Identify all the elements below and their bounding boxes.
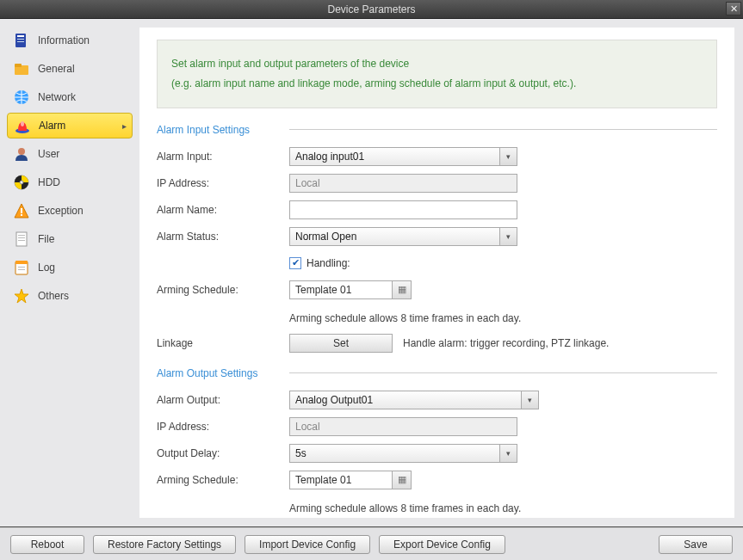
svg-point-9 [18, 148, 25, 155]
output-schedule-hint: Arming schedule allows 8 time frames in … [289, 502, 521, 514]
svg-rect-20 [18, 267, 25, 268]
import-config-button[interactable]: Import Device Config [245, 535, 370, 554]
sidebar-item-label: HDD [38, 176, 60, 188]
info-box: Set alarm input and output parameters of… [157, 40, 717, 108]
svg-rect-16 [18, 237, 25, 238]
linkage-set-button[interactable]: Set [289, 334, 393, 353]
alarm-status-label: Alarm Status: [157, 231, 289, 243]
calendar-icon: ▦ [398, 474, 406, 485]
sidebar-item-user[interactable]: User [7, 141, 133, 167]
alarm-input-value: Analog input01 [295, 151, 364, 163]
output-schedule-label: Arming Schedule: [157, 474, 289, 486]
svg-rect-15 [18, 235, 25, 236]
sidebar-item-log[interactable]: Log [7, 255, 133, 280]
info-icon [12, 31, 31, 50]
main-panel: Set alarm input and output parameters of… [139, 28, 734, 518]
window-title: Device Parameters [327, 3, 415, 15]
output-ip-field: Local [289, 417, 517, 436]
linkage-hint: Handle alarm: trigger recording, PTZ lin… [403, 337, 609, 349]
alarm-name-input[interactable] [295, 204, 511, 216]
warning-icon [12, 201, 31, 220]
info-line1: Set alarm input and output parameters of… [171, 54, 703, 74]
user-icon [12, 145, 31, 163]
close-button[interactable]: ✕ [726, 2, 741, 15]
svg-point-11 [20, 181, 23, 184]
chevron-right-icon: ▸ [122, 121, 127, 131]
schedule-hint: Arming schedule allows 8 time frames in … [289, 312, 521, 324]
sidebar-item-hdd[interactable]: HDD [7, 169, 133, 195]
alarm-output-value: Analog Output01 [295, 394, 373, 406]
sidebar-item-alarm[interactable]: Alarm ▸ [7, 113, 133, 138]
svg-rect-3 [17, 41, 24, 42]
section-title: Alarm Output Settings [157, 367, 289, 379]
alarm-status-select[interactable]: Normal Open ▾ [289, 227, 517, 246]
ip-address-label: IP Address: [157, 177, 289, 189]
hdd-icon [12, 173, 31, 192]
svg-rect-12 [21, 208, 22, 213]
alarm-input-select[interactable]: Analog input01 ▾ [289, 147, 517, 166]
schedule-picker-button[interactable]: ▦ [393, 280, 412, 299]
sidebar-item-others[interactable]: Others [7, 283, 133, 309]
sidebar-item-label: Information [38, 34, 90, 46]
output-schedule-picker-button[interactable]: ▦ [393, 471, 412, 489]
restore-factory-button[interactable]: Restore Factory Settings [93, 535, 236, 554]
sidebar-item-network[interactable]: Network [7, 84, 133, 110]
alarm-status-value: Normal Open [295, 231, 356, 243]
sidebar-item-label: File [38, 233, 54, 245]
arming-schedule-label: Arming Schedule: [157, 284, 289, 296]
svg-rect-2 [17, 39, 24, 40]
sidebar-item-label: Log [38, 262, 55, 274]
alarm-output-select[interactable]: Analog Output01 ▾ [289, 391, 539, 409]
sidebar-item-label: Alarm [39, 120, 65, 132]
output-schedule-value: Template 01 [295, 474, 351, 486]
svg-rect-13 [21, 214, 22, 216]
footer: Reboot Restore Factory Settings Import D… [0, 527, 743, 560]
svg-rect-1 [17, 35, 24, 37]
titlebar: Device Parameters ✕ [0, 0, 743, 19]
divider [289, 129, 717, 130]
section-title: Alarm Input Settings [157, 124, 289, 136]
star-icon [12, 286, 31, 305]
log-icon [12, 258, 31, 277]
sidebar-item-label: Network [38, 91, 76, 103]
svg-rect-21 [18, 269, 25, 270]
sidebar-item-label: Others [38, 290, 69, 302]
section-alarm-input: Alarm Input Settings [157, 124, 717, 136]
handling-label: Handling: [306, 257, 350, 269]
reboot-button[interactable]: Reboot [10, 535, 84, 554]
output-delay-label: Output Delay: [157, 447, 289, 459]
output-ip-value: Local [295, 421, 320, 433]
ip-address-field: Local [289, 174, 517, 193]
section-alarm-output: Alarm Output Settings [157, 367, 717, 379]
export-config-button[interactable]: Export Device Config [379, 535, 505, 554]
svg-rect-19 [15, 261, 28, 264]
chevron-down-icon: ▾ [499, 445, 517, 462]
alarm-icon [13, 116, 32, 135]
chevron-down-icon: ▾ [499, 148, 517, 165]
sidebar-item-file[interactable]: File [7, 226, 133, 252]
linkage-label: Linkage [157, 337, 289, 349]
alarm-name-field[interactable] [289, 200, 517, 219]
save-button[interactable]: Save [659, 535, 733, 554]
ip-address-value: Local [295, 177, 320, 189]
handling-checkbox[interactable]: ✔ [289, 257, 301, 269]
sidebar-item-general[interactable]: General [7, 56, 133, 82]
sidebar-item-information[interactable]: Information [7, 28, 133, 53]
sidebar-item-exception[interactable]: Exception [7, 198, 133, 224]
calendar-icon: ▦ [398, 284, 406, 295]
sidebar-item-label: Exception [38, 205, 84, 217]
info-line2: (e.g. alarm input name and linkage mode,… [171, 74, 703, 94]
svg-rect-5 [15, 64, 22, 67]
sidebar-item-label: User [38, 148, 59, 160]
globe-icon [12, 88, 31, 107]
svg-rect-17 [18, 240, 25, 241]
output-schedule-field[interactable]: Template 01 [289, 471, 393, 489]
output-delay-select[interactable]: 5s ▾ [289, 444, 517, 463]
file-icon [12, 230, 31, 249]
chevron-down-icon: ▾ [521, 391, 538, 409]
arming-schedule-field[interactable]: Template 01 [289, 280, 393, 299]
alarm-output-label: Alarm Output: [157, 394, 289, 406]
sidebar-item-label: General [38, 63, 75, 75]
output-ip-label: IP Address: [157, 421, 289, 433]
linkage-button-label: Set [333, 337, 349, 349]
